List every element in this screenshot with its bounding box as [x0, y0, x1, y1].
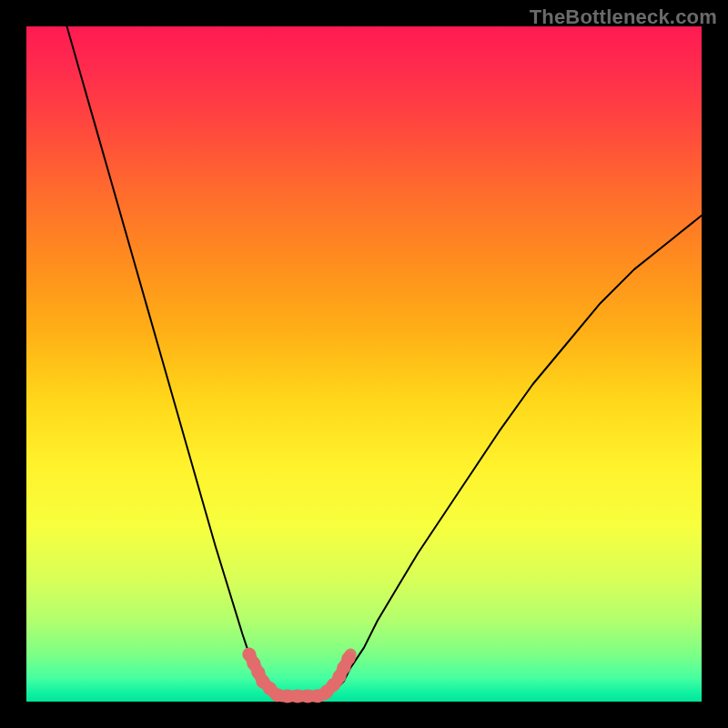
series-valley-highlight [249, 654, 350, 696]
watermark-text: TheBottleneck.com [530, 5, 717, 29]
series-left-curve [67, 26, 270, 688]
series-right-curve [337, 216, 702, 688]
chart-svg [26, 26, 702, 702]
chart-frame: TheBottleneck.com [0, 0, 728, 728]
plot-lines [67, 26, 702, 696]
